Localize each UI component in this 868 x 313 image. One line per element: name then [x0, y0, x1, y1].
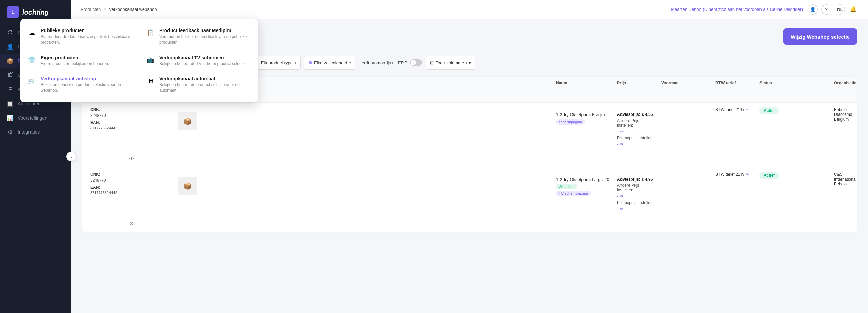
- nav-dd-text: Verkoopkanaal TV-schermen Bekijk en behe…: [159, 55, 247, 67]
- nav-dd-title: Verkoopkanaal webshop: [41, 76, 132, 81]
- product-tags: schermpagina: [556, 119, 612, 125]
- table-row: CNK: 3248770 EAN: 8717775824442 📦 1-2dry…: [82, 167, 857, 232]
- wijzig-webshop-button[interactable]: Wijzig Webshop selectie: [783, 28, 857, 45]
- promo-toggle-row: Heeft promoprijs uit ERP: [359, 59, 422, 66]
- tag-webshop: Webshop: [556, 184, 577, 189]
- btw-edit-button[interactable]: ✏: [746, 107, 749, 112]
- user-avatar-button[interactable]: 👤: [808, 4, 818, 15]
- view-button[interactable]: 👁: [129, 156, 134, 162]
- product-type-filter[interactable]: Elk product type ▾: [257, 56, 301, 70]
- columns-button[interactable]: ⊞ Toon kolommen ▾: [426, 56, 476, 70]
- webshop-icon: 🛒: [27, 76, 37, 86]
- sidebar-item-integraties[interactable]: ⚙ Integraties: [0, 125, 71, 139]
- nav-dd-verkoopkanaal-tv[interactable]: 📺 Verkoopkanaal TV-schermen Bekijk en be…: [139, 50, 258, 71]
- td-name-1: 1-2dry Okselpads Fragra... schermpagina: [553, 103, 614, 129]
- nav-dd-verkoopkanaal-automaat[interactable]: 🖥 Verkoopkanaal automaat Bekijk en behee…: [139, 71, 258, 98]
- price-main: Adviesprijs: € 4,55: [617, 112, 656, 117]
- price-other-edit[interactable]: - ✏: [617, 129, 656, 134]
- td-cnk-2: CNK: 3248770 EAN: 8717775824442: [87, 167, 176, 200]
- nav-dd-text: Publieke producten Blader door de databa…: [41, 28, 132, 45]
- price-promo-edit[interactable]: - ✏: [617, 206, 656, 211]
- breadcrumb: Producten > Verkoopkanaal webshop: [81, 7, 157, 12]
- price-main: Adviesprijs: € 4,95: [617, 177, 656, 182]
- integraties-icon: ⚙: [7, 129, 14, 135]
- cnk-label: CNK:: [90, 172, 173, 177]
- help-button[interactable]: ?: [821, 4, 831, 15]
- nav-dd-desc: Blader door de database van publiek besc…: [41, 34, 132, 45]
- td-price-1: Adviesprijs: € 4,55 Andere Prijs instell…: [614, 103, 658, 151]
- sidebar-item-label: Voorstellingen: [18, 115, 47, 121]
- promo-label: Heeft promoprijs uit ERP: [359, 60, 407, 65]
- td-view-2: 👁: [87, 216, 176, 232]
- header-icons: 👤 ? NL 🔔: [808, 4, 859, 15]
- td-image-1: 📦: [176, 103, 553, 135]
- language-button[interactable]: NL: [835, 4, 845, 15]
- notification-bell-button[interactable]: 🔔: [848, 4, 859, 15]
- voorstellingen-icon: 📊: [7, 114, 14, 121]
- cnk-value: 3248770: [90, 113, 173, 118]
- price-other-edit[interactable]: - ✏: [617, 194, 656, 199]
- nav-dd-text: Eigen producten Eigen producten bekijken…: [41, 55, 109, 67]
- btw-text: BTW tarief 21%: [715, 172, 744, 177]
- header-user-text[interactable]: Maarten Deboo (U bent zich aan het voord…: [671, 7, 803, 12]
- th-org: Organisatie ▼: [831, 77, 852, 89]
- nav-dd-desc: Verstuur en beheer de feedback van de pu…: [159, 34, 251, 45]
- td-stock-2: [658, 167, 713, 177]
- price-promo-label: Promoprijs instellen:: [617, 135, 656, 140]
- logo-icon: L: [7, 6, 19, 18]
- td-view-1: 👁: [87, 151, 176, 167]
- breadcrumb-current: Verkoopkanaal webshop: [109, 7, 157, 12]
- breadcrumb-parent[interactable]: Producten: [81, 7, 101, 12]
- producten-icon: 📦: [7, 58, 14, 64]
- sidebar-item-voorstellingen[interactable]: 📊 Voorstellingen: [0, 111, 71, 125]
- nav-dd-text: Verkoopkanaal webshop Bekijk en beheer d…: [41, 76, 132, 93]
- nav-dd-title: Verkoopkanaal automaat: [159, 76, 251, 81]
- filiaal-icon: 👤: [7, 43, 14, 50]
- chevron-down-icon: ▾: [295, 61, 296, 65]
- td-org-2: C&S International, Febelco: [831, 167, 852, 191]
- nav-dd-publieke-producten[interactable]: ☁ Publieke producten Blader door de data…: [20, 23, 139, 50]
- nav-dropdown-grid: ☁ Publieke producten Blader door de data…: [20, 23, 258, 98]
- td-org-1: Febelco, Diacosmo Belgium: [831, 103, 852, 126]
- td-btw-1: BTW tarief 21% ✏: [713, 103, 757, 117]
- td-cnk-1: CNK: 3248770 EAN: 8717775824442: [87, 103, 176, 135]
- automaten-icon: 🔲: [7, 100, 14, 107]
- sidebar-item-label: Integraties: [18, 129, 40, 135]
- product-image: 📦: [178, 112, 197, 130]
- nav-dd-verkoopkanaal-webshop[interactable]: 🛒 Verkoopkanaal webshop Bekijk en beheer…: [20, 71, 139, 98]
- nav-dd-title: Product feedback naar Medipim: [159, 28, 251, 33]
- product-tags: Webshop TV-schermpagina: [556, 184, 612, 196]
- header-right: Maarten Deboo (U bent zich aan het voord…: [671, 4, 859, 15]
- volledigheid-filter[interactable]: Elke volledigheid ▾: [304, 56, 355, 70]
- btw-text: BTW tarief 21%: [715, 107, 744, 112]
- td-image-2: 📦: [176, 167, 553, 200]
- tv-icon: 📺: [146, 55, 155, 65]
- nav-dd-eigen-producten[interactable]: 👕 Eigen producten Eigen producten bekijk…: [20, 50, 139, 71]
- chevron-down-icon: ▾: [349, 61, 351, 65]
- tag-tv-schermpagina: TV-schermpagina: [556, 191, 591, 196]
- nav-dd-title: Eigen producten: [41, 55, 109, 60]
- price-other-label: Andere Prijs instellen:: [617, 118, 656, 128]
- td-btw-2: BTW tarief 21% ✏: [713, 167, 757, 182]
- shirt-icon: 👕: [27, 55, 37, 65]
- ean-label: EAN:: [90, 185, 173, 190]
- nav-dd-desc: Bekijk en beheer de product selectie voo…: [41, 82, 132, 93]
- dashboard-icon: ⏱: [7, 29, 14, 36]
- feedback-icon: 📋: [146, 28, 155, 38]
- price-promo-edit[interactable]: - ✏: [617, 142, 656, 147]
- nav-dd-desc: Bekijk en beheer de product selectie voo…: [159, 82, 251, 93]
- chevron-down-icon: ▾: [469, 60, 471, 65]
- toggle-thumb: [411, 60, 416, 65]
- view-button[interactable]: 👁: [129, 221, 134, 227]
- td-status-1: Actief: [757, 103, 831, 119]
- promo-toggle[interactable]: [410, 59, 422, 66]
- status-badge: Actief: [760, 107, 779, 114]
- cnk-value: 3248770: [90, 178, 173, 183]
- sidebar-collapse-button[interactable]: ‹: [66, 152, 76, 161]
- cloud-icon: ☁: [27, 28, 37, 38]
- webshops-icon: 🖥: [7, 86, 14, 93]
- btw-edit-button[interactable]: ✏: [746, 172, 749, 177]
- ean-value: 8717775824442: [90, 126, 173, 130]
- nav-dd-product-feedback[interactable]: 📋 Product feedback naar Medipim Verstuur…: [139, 23, 258, 50]
- breadcrumb-separator: >: [103, 7, 106, 12]
